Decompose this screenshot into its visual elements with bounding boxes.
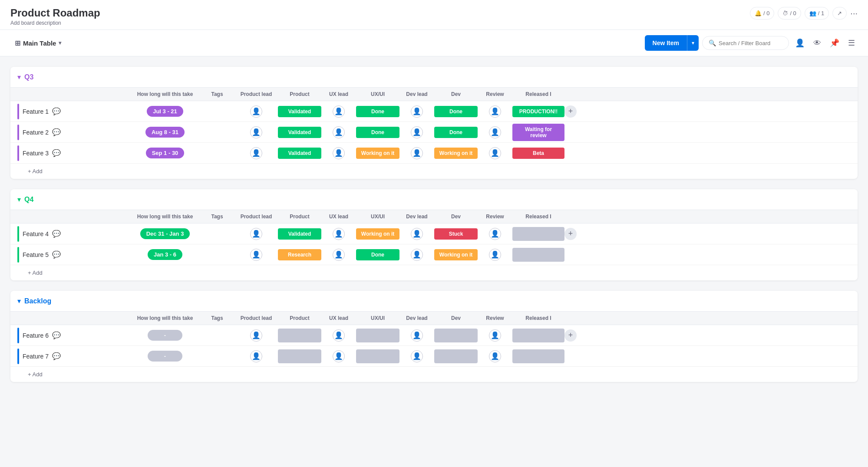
released-status-badge[interactable]: PRODUCTION!! <box>512 106 564 117</box>
dev-cell-q3-1[interactable]: Done <box>434 127 478 138</box>
dev-status-badge[interactable]: Working on it <box>434 249 478 260</box>
group-toggle-q3[interactable]: ▾ <box>17 73 21 81</box>
avatar[interactable]: 👤 <box>489 228 501 240</box>
comment-icon[interactable]: 💬 <box>52 128 61 136</box>
group-toggle-q4[interactable]: ▾ <box>17 195 21 204</box>
comment-icon[interactable]: 💬 <box>52 149 61 157</box>
timeline-pill-empty[interactable]: - <box>148 351 182 362</box>
avatar[interactable]: 👤 <box>333 147 345 159</box>
product-status-empty[interactable] <box>278 329 321 342</box>
avatar[interactable]: 👤 <box>250 105 262 118</box>
person-icon-btn[interactable]: 👤 <box>792 36 807 50</box>
group-toggle-backlog[interactable]: ▾ <box>17 297 21 305</box>
people-btn[interactable]: 👥 / 1 <box>805 7 829 20</box>
timeline-pill[interactable]: Sep 1 - 30 <box>146 148 185 158</box>
product-cell-q4-0[interactable]: Validated <box>278 228 321 240</box>
share-btn[interactable]: ↗ <box>832 7 847 20</box>
add-row-backlog[interactable]: + Add <box>10 367 858 382</box>
product-cell-q3-0[interactable]: Validated <box>278 106 321 117</box>
uxui-cell-q3-2[interactable]: Working on it <box>356 148 399 159</box>
add-column-btn[interactable]: + <box>564 105 577 118</box>
product-cell-q3-1[interactable]: Validated <box>278 127 321 138</box>
avatar[interactable]: 👤 <box>411 249 423 261</box>
avatar[interactable]: 👤 <box>333 228 345 240</box>
avatar[interactable]: 👤 <box>250 228 262 240</box>
product-status-badge[interactable]: Validated <box>278 106 321 117</box>
eye-icon-btn[interactable]: 👁 <box>811 36 824 50</box>
avatar[interactable]: 👤 <box>411 350 423 362</box>
timeline-cell-q3-2[interactable]: Sep 1 - 30 <box>130 148 200 158</box>
comment-icon[interactable]: 💬 <box>52 331 61 339</box>
timeline-pill-empty[interactable]: - <box>148 330 182 341</box>
search-input[interactable] <box>719 40 782 46</box>
comment-icon[interactable]: 💬 <box>52 107 61 115</box>
add-row-q4[interactable]: + Add <box>10 265 858 280</box>
avatar[interactable]: 👤 <box>489 329 501 342</box>
uxui-cell-backlog-0[interactable] <box>356 329 399 342</box>
avatar[interactable]: 👤 <box>489 249 501 261</box>
avatar[interactable]: 👤 <box>250 249 262 261</box>
avatar[interactable]: 👤 <box>333 350 345 362</box>
released-cell-q3-1[interactable]: Waiting for review <box>512 124 564 141</box>
dev-status-badge[interactable]: Stuck <box>434 228 478 240</box>
released-cell-q3-0[interactable]: PRODUCTION!! <box>512 106 564 117</box>
uxui-status-empty[interactable] <box>356 349 399 363</box>
filter-icon-btn[interactable]: ☰ <box>845 36 858 50</box>
uxui-status-badge[interactable]: Working on it <box>356 228 399 240</box>
uxui-cell-q3-1[interactable]: Done <box>356 127 399 138</box>
avatar[interactable]: 👤 <box>250 126 262 138</box>
dev-status-empty[interactable] <box>434 349 478 363</box>
avatar[interactable]: 👤 <box>333 329 345 342</box>
pin-icon-btn[interactable]: 📌 <box>827 36 842 50</box>
avatar[interactable]: 👤 <box>489 105 501 118</box>
released-cell-q4-1[interactable] <box>512 248 564 262</box>
timeline-cell-backlog-1[interactable]: - <box>130 351 200 362</box>
comment-icon[interactable]: 💬 <box>52 250 61 259</box>
avatar[interactable]: 👤 <box>489 126 501 138</box>
dev-cell-backlog-0[interactable] <box>434 329 478 342</box>
avatar[interactable]: 👤 <box>411 228 423 240</box>
timeline-pill[interactable]: Dec 31 - Jan 3 <box>140 228 190 239</box>
released-status-empty[interactable] <box>512 349 564 363</box>
comment-icon[interactable]: 💬 <box>52 352 61 360</box>
avatar[interactable]: 👤 <box>333 126 345 138</box>
avatar[interactable]: 👤 <box>250 147 262 159</box>
uxui-cell-backlog-1[interactable] <box>356 349 399 363</box>
avatar[interactable]: 👤 <box>333 249 345 261</box>
avatar[interactable]: 👤 <box>411 329 423 342</box>
dev-cell-q4-1[interactable]: Working on it <box>434 249 478 260</box>
add-row-q3[interactable]: + Add <box>10 164 858 179</box>
product-status-badge[interactable]: Validated <box>278 228 321 240</box>
product-status-empty[interactable] <box>278 349 321 363</box>
avatar[interactable]: 👤 <box>250 350 262 362</box>
avatar[interactable]: 👤 <box>333 105 345 118</box>
add-column-btn[interactable]: + <box>564 329 577 342</box>
uxui-cell-q4-1[interactable]: Done <box>356 249 399 260</box>
released-cell-q4-0[interactable] <box>512 227 564 241</box>
avatar[interactable]: 👤 <box>411 126 423 138</box>
released-cell-q3-2[interactable]: Beta <box>512 148 564 159</box>
new-item-button[interactable]: New Item <box>645 35 687 51</box>
avatar[interactable]: 👤 <box>489 147 501 159</box>
released-status-empty[interactable] <box>512 329 564 342</box>
avatar[interactable]: 👤 <box>411 105 423 118</box>
released-status-badge[interactable]: Beta <box>512 148 564 159</box>
product-cell-q4-1[interactable]: Research <box>278 249 321 260</box>
released-status-empty[interactable] <box>512 248 564 262</box>
avatar[interactable]: 👤 <box>411 147 423 159</box>
add-column-btn[interactable]: + <box>564 228 577 240</box>
dev-status-badge[interactable]: Done <box>434 127 478 138</box>
released-status-empty[interactable] <box>512 227 564 241</box>
avatar[interactable]: 👤 <box>489 350 501 362</box>
time-tracking-btn[interactable]: ⏱ / 0 <box>778 7 801 20</box>
table-selector[interactable]: ⊞ Main Table ▾ <box>10 36 66 50</box>
new-item-dropdown-btn[interactable]: ▾ <box>687 35 699 51</box>
timeline-pill[interactable]: Jul 3 - 21 <box>147 106 183 117</box>
dev-status-badge[interactable]: Working on it <box>434 148 478 159</box>
product-cell-backlog-0[interactable] <box>278 329 321 342</box>
uxui-cell-q3-0[interactable]: Done <box>356 106 399 117</box>
uxui-status-badge[interactable]: Done <box>356 249 399 260</box>
timeline-cell-q3-1[interactable]: Aug 8 - 31 <box>130 127 200 138</box>
dev-cell-backlog-1[interactable] <box>434 349 478 363</box>
comment-icon[interactable]: 💬 <box>52 230 61 238</box>
